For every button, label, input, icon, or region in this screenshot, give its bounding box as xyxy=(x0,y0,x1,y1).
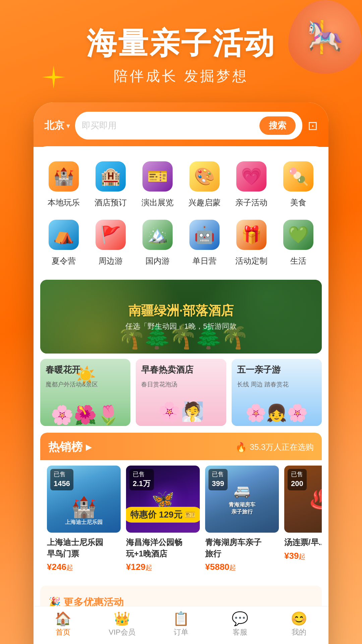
location-button[interactable]: 北京 ▾ xyxy=(44,119,70,132)
banner-main-line1: 南疆绿洲·部落酒店 xyxy=(125,302,237,319)
category-row-2: ⛺ 夏令营 🚩 周边游 🏔️ 国内游 xyxy=(40,215,322,270)
sub-banner-spring[interactable]: 🌸🌺🌷 ☀️ 春暖花开 魔都户外活动&景区 xyxy=(40,359,130,426)
product-hotspring-name: 汤连票/早... xyxy=(284,537,322,548)
categories-section: 🏰 本地玩乐 🏨 酒店预订 🎫 演出展览 xyxy=(34,146,328,280)
product-ocean-price: ¥129起 xyxy=(126,562,200,572)
category-custom[interactable]: 🎁 活动定制 xyxy=(228,215,275,270)
product-list: 🏰 上海迪士尼乐园 已售 1456 上海迪士尼乐园早鸟门票 ¥246起 xyxy=(40,460,322,572)
hero-section: 🎠 海量亲子活动 陪伴成长 发掘梦想 xyxy=(0,0,362,96)
sub-banner-hotel-title: 早春热卖酒店 xyxy=(141,364,193,376)
show-icon: 🎫 xyxy=(142,161,173,192)
cat-label-life: 生活 xyxy=(290,256,306,266)
cat-label-custom: 活动定制 xyxy=(235,256,267,266)
cat-label-hotel: 酒店预订 xyxy=(95,197,127,208)
daycamp-icon: 🤖 xyxy=(189,220,220,250)
sub-banner-may[interactable]: 🌸👧🌸 五一亲子游 长线 周边 踏春赏花 xyxy=(232,359,322,426)
main-banner[interactable]: 🌴🌲🌴🌲🌴 南疆绿洲·部落酒店 任选「野生动园」1晚，5折游同款 xyxy=(40,280,322,354)
sub-banner-hotel[interactable]: 🌸🧖 早春热卖酒店 春日赏花泡汤 xyxy=(136,359,226,426)
family-icon: 💗 xyxy=(236,161,266,192)
cat-label-family: 亲子活动 xyxy=(235,197,267,208)
hot-title-wrap: 热销榜 ▶ xyxy=(48,439,92,455)
product-ocean[interactable]: 🦋 已售 2.1万 特惠价 129元 🎫 海昌海洋公园畅玩+1晚酒店 ¥129起 xyxy=(126,466,200,572)
sold-badge-ocean: 已售 2.1万 xyxy=(129,469,154,490)
sold-badge-disney: 已售 1456 xyxy=(50,469,73,490)
food-icon: 🍡 xyxy=(283,161,313,192)
location-text: 北京 xyxy=(44,119,64,132)
nav-service[interactable]: 💬 客服 xyxy=(223,612,257,637)
product-hotspring-price: ¥39起 xyxy=(284,551,322,561)
hot-count: 🔥 35.3万人正在选购 xyxy=(235,442,314,453)
category-food[interactable]: 🍡 美食 xyxy=(275,156,322,211)
chevron-down-icon: ▾ xyxy=(66,122,70,130)
phone-mockup: 北京 ▾ 即买即用 搜索 ⊡ 🏰 本地玩乐 🏨 xyxy=(34,102,328,644)
ocean-price-badge: 特惠价 129元 🎫 xyxy=(126,507,200,523)
sub-banner-spring-desc: 魔都户外活动&景区 xyxy=(46,380,98,389)
cat-label-daycamp: 单日营 xyxy=(192,256,217,266)
cat-label-nearby: 周边游 xyxy=(99,256,123,266)
category-camp[interactable]: ⛺ 夏令营 xyxy=(40,215,87,270)
product-disney-price: ¥246起 xyxy=(47,562,121,572)
orders-icon: 📋 xyxy=(173,612,189,625)
search-area: 北京 ▾ 即买即用 搜索 ⊡ xyxy=(34,102,328,147)
sold-badge-qinghai: 已售 399 xyxy=(208,469,228,490)
bottom-navigation: 🏠 首页 👑 VIP会员 📋 订单 💬 客服 😊 我的 xyxy=(34,606,328,644)
vip-icon: 👑 xyxy=(114,612,130,625)
category-domestic[interactable]: 🏔️ 国内游 xyxy=(134,215,181,270)
life-icon: 💚 xyxy=(283,220,313,250)
nav-home-label: 首页 xyxy=(56,627,70,637)
product-hotspring-img: ♨️ 已售 200 xyxy=(284,466,322,533)
cat-label-food: 美食 xyxy=(290,197,306,208)
hot-section: 热销榜 ▶ 🔥 35.3万人正在选购 🏰 上海迪士尼乐园 xyxy=(40,433,322,579)
search-input-wrap[interactable]: 即买即用 搜索 xyxy=(75,112,302,140)
product-hotspring[interactable]: ♨️ 已售 200 汤连票/早... ¥39起 xyxy=(284,466,322,572)
category-hotel[interactable]: 🏨 酒店预订 xyxy=(87,156,134,211)
cat-label-show: 演出展览 xyxy=(141,197,174,208)
nav-vip[interactable]: 👑 VIP会员 xyxy=(105,612,139,637)
category-local-fun[interactable]: 🏰 本地玩乐 xyxy=(40,156,87,211)
nav-mine[interactable]: 😊 我的 xyxy=(282,612,316,637)
product-qinghai-img: 🚐 青海湖房车亲子旅行 已售 399 xyxy=(205,466,279,533)
nav-orders-label: 订单 xyxy=(174,627,188,637)
scan-icon[interactable]: ⊡ xyxy=(308,119,318,133)
hot-count-text: 35.3万人正在选购 xyxy=(250,442,314,452)
hot-arrow-icon[interactable]: ▶ xyxy=(86,442,92,452)
category-daycamp[interactable]: 🤖 单日营 xyxy=(181,215,228,270)
nav-orders[interactable]: 📋 订单 xyxy=(164,612,198,637)
hot-title: 热销榜 xyxy=(48,439,82,455)
category-interest[interactable]: 🎨 兴趣启蒙 xyxy=(181,156,228,211)
cat-label-local: 本地玩乐 xyxy=(48,197,80,208)
interest-icon: 🎨 xyxy=(189,161,220,192)
search-input[interactable]: 即买即用 xyxy=(82,120,255,131)
product-qinghai-price: ¥5880起 xyxy=(205,562,279,572)
sold-num-qinghai: 399 xyxy=(212,479,224,489)
category-life[interactable]: 💚 生活 xyxy=(275,215,322,270)
castle-icon: 🏰 xyxy=(49,161,79,192)
search-button[interactable]: 搜索 xyxy=(259,116,296,135)
carousel-decoration: 🎠 xyxy=(288,0,362,74)
sold-label-qinghai: 已售 xyxy=(212,471,224,478)
banner-sub-text: 任选「野生动园」1晚，5折游同款 xyxy=(125,321,237,331)
hotel-icon: 🏨 xyxy=(96,161,126,192)
nearby-icon: 🚩 xyxy=(96,220,126,250)
product-disney[interactable]: 🏰 上海迪士尼乐园 已售 1456 上海迪士尼乐园早鸟门票 ¥246起 xyxy=(47,466,121,572)
category-row-1: 🏰 本地玩乐 🏨 酒店预订 🎫 演出展览 xyxy=(40,156,322,211)
sold-num-hotspring: 200 xyxy=(291,479,303,489)
sub-banners: 🌸🌺🌷 ☀️ 春暖花开 魔都户外活动&景区 🌸🧖 早春热卖酒店 春日赏花泡汤 🌸… xyxy=(34,359,328,433)
category-family[interactable]: 💗 亲子活动 xyxy=(228,156,275,211)
nav-home[interactable]: 🏠 首页 xyxy=(46,612,80,637)
banner-section: 🌴🌲🌴🌲🌴 南疆绿洲·部落酒店 任选「野生动园」1晚，5折游同款 xyxy=(34,280,328,359)
mine-icon: 😊 xyxy=(291,612,307,625)
custom-icon: 🎁 xyxy=(236,220,266,250)
sub-banner-may-title: 五一亲子游 xyxy=(237,364,281,376)
product-qinghai[interactable]: 🚐 青海湖房车亲子旅行 已售 399 青海湖房车亲子旅行 ¥5880起 xyxy=(205,466,279,572)
domestic-icon: 🏔️ xyxy=(142,220,173,250)
sold-label: 已售 xyxy=(133,471,145,478)
product-ocean-img: 🦋 已售 2.1万 特惠价 129元 🎫 xyxy=(126,466,200,533)
sub-banner-may-desc: 长线 周边 踏春赏花 xyxy=(237,380,289,389)
sold-num: 1456 xyxy=(54,479,70,489)
sub-banner-hotel-desc: 春日赏花泡汤 xyxy=(141,380,177,389)
category-nearby[interactable]: 🚩 周边游 xyxy=(87,215,134,270)
sold-label: 已售 xyxy=(54,471,66,478)
category-show[interactable]: 🎫 演出展览 xyxy=(134,156,181,211)
hero-subtitle: 陪伴成长 发掘梦想 xyxy=(13,67,349,86)
